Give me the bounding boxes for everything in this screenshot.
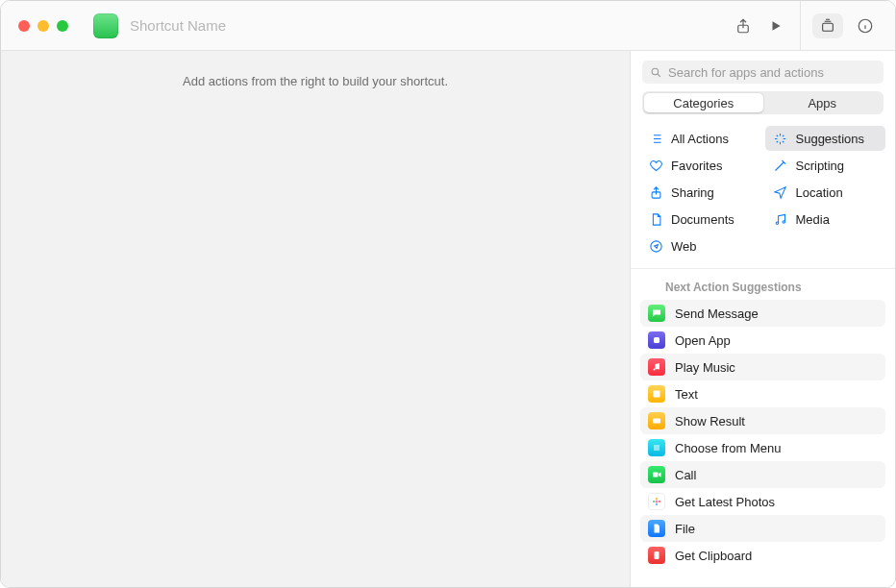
category-label: Media	[796, 212, 830, 227]
action-open-app[interactable]: Open App	[640, 327, 885, 354]
svg-point-17	[653, 501, 655, 502]
svg-rect-8	[654, 337, 660, 343]
library-icon	[820, 18, 835, 34]
svg-point-7	[650, 240, 660, 251]
compass-icon	[648, 238, 663, 254]
search-icon	[650, 66, 662, 79]
photos-app-icon	[648, 493, 665, 510]
action-choose-from-menu[interactable]: Choose from Menu	[640, 434, 885, 461]
category-sharing[interactable]: Sharing	[640, 180, 761, 205]
action-get-latest-photos[interactable]: Get Latest Photos	[640, 488, 885, 515]
svg-point-6	[783, 220, 785, 223]
category-web[interactable]: Web	[640, 233, 761, 258]
suggestions-header: Next Action Suggestions	[640, 275, 885, 300]
category-label: Sharing	[671, 185, 714, 200]
window-controls	[1, 20, 68, 32]
location-arrow-icon	[773, 184, 788, 200]
text-icon	[648, 385, 665, 403]
show-result-icon	[648, 412, 665, 429]
close-button[interactable]	[18, 20, 30, 32]
info-icon	[857, 17, 874, 35]
svg-point-18	[659, 501, 660, 502]
action-label: Get Latest Photos	[675, 495, 775, 509]
category-label: All Actions	[671, 132, 729, 146]
play-icon	[769, 17, 783, 35]
action-get-clipboard[interactable]: Get Clipboard	[640, 542, 885, 569]
music-note-icon	[773, 211, 788, 227]
document-icon	[648, 211, 663, 227]
search-input[interactable]	[668, 65, 876, 80]
svg-rect-19	[655, 551, 660, 559]
category-label: Web	[671, 239, 697, 254]
svg-rect-1	[823, 23, 834, 31]
category-grid: All Actions Suggestions Favorites Script…	[631, 122, 895, 268]
action-label: Open App	[675, 333, 731, 348]
action-label: Show Result	[675, 414, 745, 429]
file-icon	[648, 520, 665, 537]
svg-point-10	[658, 368, 660, 370]
music-app-icon	[648, 358, 665, 376]
tab-apps[interactable]: Apps	[763, 93, 883, 112]
share-up-icon	[648, 184, 663, 200]
svg-point-5	[776, 222, 779, 225]
messages-app-icon	[648, 305, 665, 322]
shortcuts-editor-window: Shortcut Name Add actions from the right…	[0, 0, 896, 588]
facetime-icon	[648, 466, 665, 483]
category-all-actions[interactable]: All Actions	[640, 126, 761, 151]
run-button[interactable]	[759, 12, 792, 39]
titlebar: Shortcut Name	[1, 1, 895, 51]
category-favorites[interactable]: Favorites	[640, 153, 761, 178]
action-show-result[interactable]: Show Result	[640, 407, 885, 434]
category-label: Location	[796, 185, 843, 200]
action-file[interactable]: File	[640, 515, 885, 542]
sparkle-icon	[773, 131, 788, 146]
svg-rect-13	[653, 473, 659, 478]
action-send-message[interactable]: Send Message	[640, 300, 885, 327]
action-label: Call	[675, 468, 696, 482]
category-label: Scripting	[796, 159, 845, 173]
zoom-button[interactable]	[57, 20, 68, 32]
tab-categories[interactable]: Categories	[644, 93, 763, 112]
toolbar-divider	[800, 1, 801, 51]
svg-rect-11	[654, 391, 660, 398]
svg-point-14	[656, 501, 659, 503]
suggestions-list[interactable]: Next Action Suggestions Send Message Ope…	[631, 269, 895, 587]
wand-icon	[773, 158, 788, 173]
category-suggestions[interactable]: Suggestions	[765, 126, 886, 151]
library-toggle-button[interactable]	[812, 13, 843, 38]
library-tabs: Categories Apps	[642, 91, 884, 114]
category-scripting[interactable]: Scripting	[765, 153, 886, 178]
category-documents[interactable]: Documents	[640, 207, 761, 232]
action-label: Choose from Menu	[675, 441, 782, 455]
empty-canvas-hint: Add actions from the right to build your…	[183, 74, 448, 587]
action-label: Text	[675, 387, 698, 402]
shortcut-title-field[interactable]: Shortcut Name	[130, 17, 226, 34]
action-label: Get Clipboard	[675, 549, 752, 563]
category-media[interactable]: Media	[765, 207, 886, 232]
category-location[interactable]: Location	[765, 180, 886, 205]
search-field[interactable]	[642, 61, 884, 84]
editor-canvas[interactable]: Add actions from the right to build your…	[1, 51, 631, 587]
category-label: Suggestions	[796, 132, 865, 146]
action-label: File	[675, 522, 695, 536]
shortcut-app-icon	[93, 13, 118, 38]
svg-point-3	[652, 68, 659, 75]
svg-point-9	[654, 369, 656, 371]
share-button[interactable]	[727, 12, 759, 39]
svg-point-15	[656, 498, 658, 500]
action-label: Send Message	[675, 306, 759, 321]
action-play-music[interactable]: Play Music	[640, 354, 885, 380]
heart-icon	[648, 158, 663, 173]
list-icon	[648, 131, 663, 146]
clipboard-icon	[648, 547, 665, 564]
category-label: Favorites	[671, 159, 722, 173]
action-label: Play Music	[675, 360, 735, 375]
minimize-button[interactable]	[37, 20, 49, 32]
action-call[interactable]: Call	[640, 461, 885, 488]
info-button[interactable]	[849, 12, 882, 39]
open-app-icon	[648, 331, 665, 349]
share-icon	[734, 17, 752, 35]
category-label: Documents	[671, 212, 734, 227]
action-text[interactable]: Text	[640, 380, 885, 407]
svg-rect-12	[653, 419, 660, 424]
